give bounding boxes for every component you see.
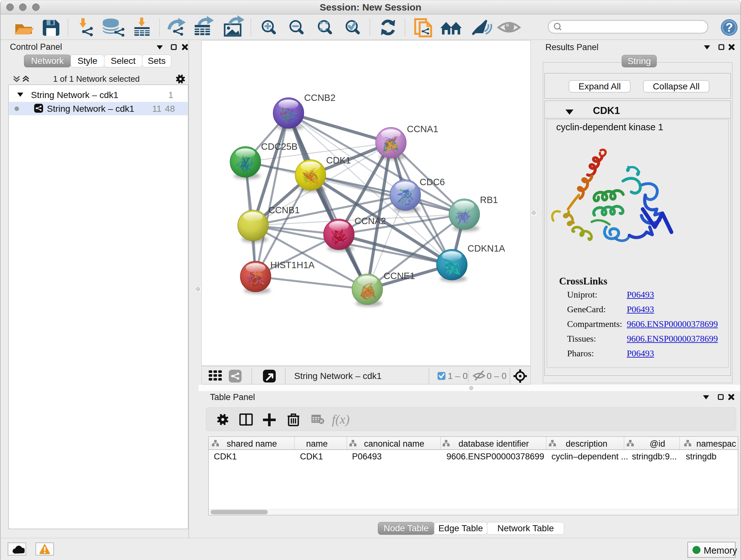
svg-text:1 – 0: 1 – 0	[448, 371, 468, 381]
svg-text:CDK1: CDK1	[326, 155, 351, 165]
svg-text:CCNB2: CCNB2	[304, 92, 335, 103]
svg-text:CCNB1: CCNB1	[268, 205, 300, 215]
svg-text:CCNA1: CCNA1	[407, 124, 438, 134]
svg-text:CDC25B: CDC25B	[261, 141, 297, 152]
svg-text:CCNA2: CCNA2	[354, 216, 386, 226]
svg-text:0 – 0: 0 – 0	[487, 371, 507, 381]
svg-text:RB1: RB1	[480, 195, 498, 205]
svg-text:?: ?	[725, 21, 733, 34]
svg-text:CCNE1: CCNE1	[384, 271, 415, 281]
svg-text:CDKN1A: CDKN1A	[468, 243, 505, 253]
svg-text:CDC6: CDC6	[420, 177, 445, 187]
svg-text:HIST1H1A: HIST1H1A	[270, 260, 315, 270]
svg-text:String Network – cdk1: String Network – cdk1	[294, 371, 382, 381]
